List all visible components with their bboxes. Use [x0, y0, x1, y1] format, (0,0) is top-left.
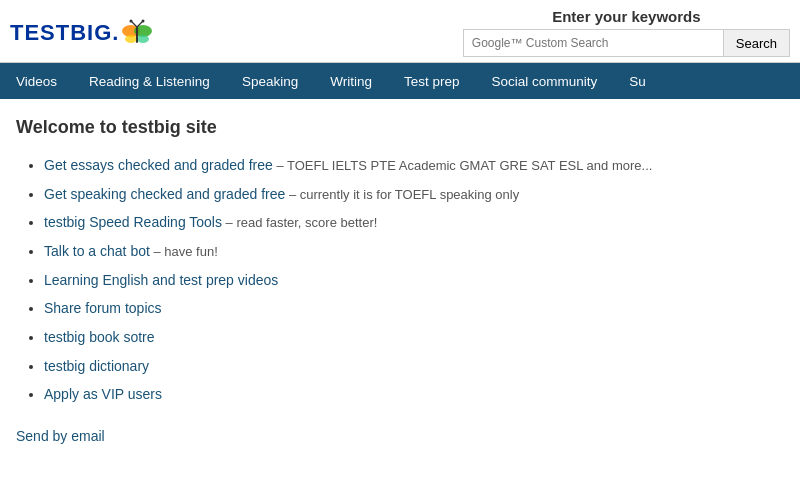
- nav-item-test-prep[interactable]: Test prep: [388, 63, 476, 99]
- feature-link-7[interactable]: testbig dictionary: [44, 358, 149, 374]
- svg-point-7: [130, 19, 133, 22]
- nav-item-su[interactable]: Su: [613, 63, 662, 99]
- feature-link-0[interactable]: Get essays checked and graded free: [44, 157, 273, 173]
- list-item: Get speaking checked and graded free – c…: [44, 181, 784, 208]
- nav-item-writing[interactable]: Writing: [314, 63, 388, 99]
- feature-desc-0: – TOEFL IELTS PTE Academic GMAT GRE SAT …: [273, 158, 653, 173]
- svg-rect-4: [136, 27, 138, 43]
- feature-link-5[interactable]: Share forum topics: [44, 300, 162, 316]
- search-section: Enter your keywords Search: [463, 8, 790, 57]
- nav-item-speaking[interactable]: Speaking: [226, 63, 314, 99]
- svg-point-3: [137, 35, 149, 43]
- svg-point-8: [142, 19, 145, 22]
- list-item: testbig Speed Reading Tools – read faste…: [44, 209, 784, 236]
- list-item: Talk to a chat bot – have fun!: [44, 238, 784, 265]
- list-item: Get essays checked and graded free – TOE…: [44, 152, 784, 179]
- list-item: Share forum topics: [44, 295, 784, 322]
- nav-item-reading-listening[interactable]: Reading & Listening: [73, 63, 226, 99]
- main-content: Welcome to testbig site Get essays check…: [0, 99, 800, 464]
- butterfly-icon: [121, 17, 153, 49]
- feature-desc-2: – read faster, score better!: [222, 215, 377, 230]
- search-button[interactable]: Search: [723, 29, 790, 57]
- feature-desc-3: – have fun!: [150, 244, 218, 259]
- feature-link-1[interactable]: Get speaking checked and graded free: [44, 186, 285, 202]
- list-item: testbig dictionary: [44, 353, 784, 380]
- feature-link-6[interactable]: testbig book sotre: [44, 329, 155, 345]
- list-item: testbig book sotre: [44, 324, 784, 351]
- nav-item-videos[interactable]: Videos: [0, 63, 73, 99]
- welcome-title: Welcome to testbig site: [16, 117, 784, 138]
- navbar: VideosReading & ListeningSpeakingWriting…: [0, 63, 800, 99]
- logo-text[interactable]: TESTBIG.: [10, 20, 119, 46]
- feature-link-8[interactable]: Apply as VIP users: [44, 386, 162, 402]
- feature-list: Get essays checked and graded free – TOE…: [16, 152, 784, 408]
- header: TESTBIG. Enter your keywords Search: [0, 0, 800, 63]
- feature-desc-1: – currently it is for TOEFL speaking onl…: [285, 187, 519, 202]
- send-email-link[interactable]: Send by email: [16, 428, 105, 444]
- search-row: Search: [463, 29, 790, 57]
- search-input[interactable]: [463, 29, 723, 57]
- logo-area: TESTBIG.: [10, 17, 153, 49]
- feature-link-4[interactable]: Learning English and test prep videos: [44, 272, 278, 288]
- list-item: Learning English and test prep videos: [44, 267, 784, 294]
- nav-item-social-community[interactable]: Social community: [475, 63, 613, 99]
- feature-link-3[interactable]: Talk to a chat bot: [44, 243, 150, 259]
- search-title: Enter your keywords: [552, 8, 700, 25]
- list-item: Apply as VIP users: [44, 381, 784, 408]
- svg-point-2: [125, 35, 137, 43]
- feature-link-2[interactable]: testbig Speed Reading Tools: [44, 214, 222, 230]
